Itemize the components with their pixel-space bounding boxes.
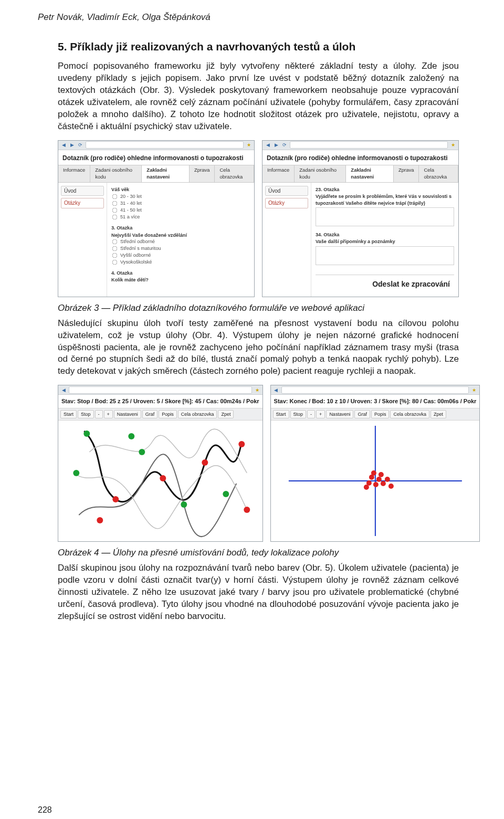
address-bar[interactable] (290, 141, 448, 149)
opt-age-2[interactable]: 41 - 50 let (111, 207, 250, 214)
game-window-left: ◀ ★ Stav: Stop / Bod: 25 z 25 / Uroven: … (58, 385, 263, 542)
reload-icon[interactable]: ⟳ (281, 142, 288, 148)
btn-zpet[interactable]: Zpet (218, 410, 234, 418)
svg-point-15 (376, 477, 381, 482)
opt-edu-0[interactable]: Střední odborné (111, 238, 250, 245)
canvas-left[interactable] (58, 421, 262, 541)
q23-sub: Vyjádřete se prosím k problémům, které V… (316, 193, 454, 206)
forward-icon[interactable]: ▶ (273, 142, 279, 148)
svg-point-17 (380, 481, 385, 486)
btn-start[interactable]: Start (60, 410, 77, 418)
back-icon[interactable]: ◀ (273, 387, 279, 393)
tab-kod[interactable]: Zadani osobního kodu (295, 165, 346, 182)
btn-stop[interactable]: Stop (290, 410, 307, 418)
tab-bar: Informace Zadani osobního kodu Zakladni … (58, 165, 254, 183)
btn-popis[interactable]: Popis (371, 410, 390, 418)
q3-head: 3. Otazka (111, 225, 250, 231)
tab-obrazovka[interactable]: Cela obrazovka (419, 165, 458, 182)
tab-obrazovka[interactable]: Cela obrazovka (215, 165, 254, 182)
btn-nastaveni[interactable]: Nastaveni (326, 410, 353, 418)
address-bar[interactable] (281, 386, 469, 394)
game-status-left: Stav: Stop / Bod: 25 z 25 / Uroven: 5 / … (58, 395, 262, 408)
btn-minus[interactable]: - (95, 410, 103, 418)
back-icon[interactable]: ◀ (265, 142, 271, 148)
btn-minus[interactable]: - (307, 410, 315, 418)
opt-edu-1[interactable]: Střední s maturitou (111, 245, 250, 252)
btn-graf[interactable]: Graf (142, 410, 158, 418)
tab-nastaveni[interactable]: Zakladni nastaveni (142, 165, 190, 182)
btn-nastaveni[interactable]: Nastaveni (114, 410, 141, 418)
figure-4-caption: Obrázek 4 — Úlohy na přesné umisťování b… (58, 547, 459, 559)
svg-point-11 (73, 470, 79, 476)
opt-edu-3[interactable]: Vysokoškolské (111, 259, 250, 266)
canvas-right[interactable] (271, 421, 480, 541)
paragraph-1: Pomocí popisovaného frameworku již byly … (58, 60, 459, 133)
back-icon[interactable]: ◀ (60, 142, 67, 148)
q4-head: 4. Otazka (111, 270, 250, 276)
svg-point-1 (112, 496, 119, 502)
side-questions-button[interactable]: Otázky (61, 198, 104, 208)
btn-popis[interactable]: Popis (159, 410, 177, 418)
tab-informace[interactable]: Informace (58, 165, 90, 182)
q4-sub: Kolik máte dětí? (111, 277, 250, 283)
tab-nastaveni[interactable]: Zakladni nastaveni (346, 165, 394, 182)
reload-icon[interactable]: ⟳ (77, 142, 83, 148)
q34-sub: Vaše další připomínky a poznámky (316, 238, 454, 245)
address-bar[interactable] (69, 386, 252, 394)
svg-point-4 (181, 501, 187, 508)
btn-start[interactable]: Start (273, 410, 289, 418)
tab-informace[interactable]: Informace (262, 165, 295, 182)
svg-point-8 (97, 517, 103, 523)
tab-bar: Informace Zadani osobního kodu Zakladni … (262, 165, 458, 183)
btn-graf[interactable]: Graf (354, 410, 370, 418)
game-toolbar: Start Stop - + Nastaveni Graf Popis Cela… (271, 408, 480, 421)
side-questions-button[interactable]: Otázky (265, 198, 308, 208)
opt-edu-2[interactable]: Vyšší odborné (111, 252, 250, 259)
paragraph-2: Následující skupinu úloh tvoří testy zam… (58, 318, 459, 378)
svg-point-6 (223, 491, 229, 497)
star-icon[interactable]: ★ (450, 142, 456, 148)
section-heading: 5. Příklady již realizovaných a navrhova… (58, 39, 459, 54)
opt-age-1[interactable]: 31 - 40 let (111, 200, 250, 207)
opt-age-0[interactable]: 20 - 30 let (111, 193, 250, 200)
paragraph-3: Další skupinou jsou úlohy na rozpoznáván… (58, 562, 459, 623)
forward-icon[interactable]: ▶ (69, 142, 75, 148)
figure-4: ◀ ★ Stav: Stop / Bod: 25 z 25 / Uroven: … (58, 385, 459, 542)
svg-point-0 (83, 430, 90, 437)
tab-zprava[interactable]: Zprava (394, 165, 419, 182)
svg-point-16 (373, 482, 378, 487)
q23-textarea[interactable] (316, 207, 454, 226)
btn-zpet[interactable]: Zpet (430, 410, 446, 418)
figure-3: ◀ ▶ ⟳ ★ Dotazník (pro rodiče) ohledne in… (58, 140, 459, 297)
btn-fullscreen[interactable]: Cela obrazovka (178, 410, 217, 418)
svg-point-22 (388, 484, 393, 489)
btn-stop[interactable]: Stop (78, 410, 94, 418)
svg-point-3 (160, 475, 166, 481)
side-intro-button[interactable]: Úvod (265, 186, 308, 196)
opt-age-3[interactable]: 51 a více (111, 214, 250, 220)
btn-plus[interactable]: + (316, 410, 325, 418)
svg-point-9 (128, 433, 134, 439)
q34-textarea[interactable] (316, 246, 454, 265)
star-icon[interactable]: ★ (471, 387, 477, 393)
star-icon[interactable]: ★ (246, 142, 252, 148)
form-title: Dotazník (pro rodiče) ohledne informovan… (58, 150, 254, 165)
svg-point-10 (244, 507, 250, 513)
btn-fullscreen[interactable]: Cela obrazovka (390, 410, 429, 418)
address-bar[interactable] (86, 141, 244, 149)
running-head: Petr Novák, Vladimír Eck, Olga Štěpánkov… (0, 0, 504, 24)
form-window-right: ◀ ▶ ⟳ ★ Dotazník (pro rodiče) ohledne in… (262, 140, 459, 297)
back-icon[interactable]: ◀ (60, 387, 67, 393)
btn-plus[interactable]: + (104, 410, 113, 418)
send-button[interactable]: Odeslat ke zpracování (316, 275, 454, 293)
side-intro-button[interactable]: Úvod (61, 186, 104, 196)
q23-head: 23. Otazka (316, 186, 454, 193)
tab-zprava[interactable]: Zprava (190, 165, 215, 182)
q-age-head: Váš věk (111, 186, 250, 193)
svg-point-2 (139, 449, 145, 455)
game-window-right: ◀ ★ Stav: Konec / Bod: 10 z 10 / Uroven:… (270, 385, 480, 542)
star-icon[interactable]: ★ (254, 387, 260, 393)
tab-kod[interactable]: Zadani osobního kodu (90, 165, 142, 182)
svg-point-20 (384, 477, 390, 482)
game-status-right: Stav: Konec / Bod: 10 z 10 / Uroven: 3 /… (271, 395, 480, 408)
